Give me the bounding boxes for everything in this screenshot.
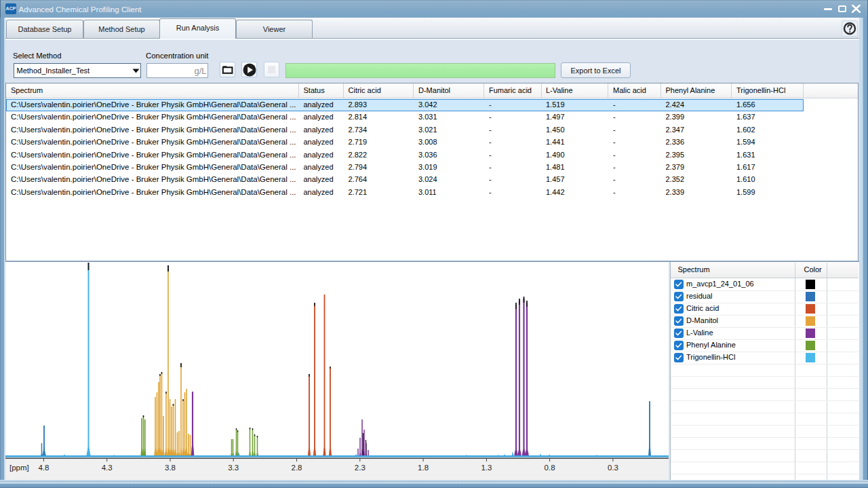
svg-text:1.3: 1.3 [481, 464, 492, 472]
svg-text:2.8: 2.8 [292, 464, 302, 472]
svg-text:1.8: 1.8 [418, 464, 429, 472]
svg-text:4.3: 4.3 [102, 464, 113, 472]
svg-text:4.8: 4.8 [38, 464, 49, 472]
svg-text:[ppm]: [ppm] [9, 464, 29, 472]
svg-text:0.8: 0.8 [545, 464, 555, 472]
svg-text:3.3: 3.3 [228, 464, 239, 472]
svg-text:2.3: 2.3 [355, 464, 366, 472]
svg-text:0.3: 0.3 [608, 464, 618, 472]
svg-text:3.8: 3.8 [165, 464, 176, 472]
